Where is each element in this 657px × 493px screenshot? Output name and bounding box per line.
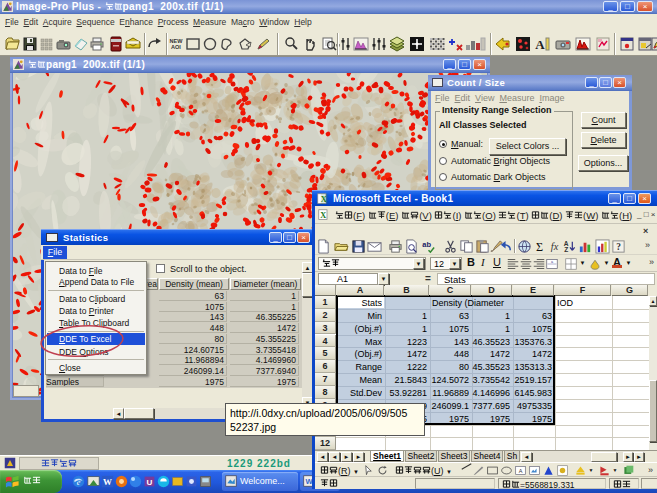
svg-text:A: A [519, 468, 523, 474]
svg-text:ab: ab [422, 240, 431, 249]
svg-text:X: X [321, 195, 327, 204]
svg-text:AOI: AOI [171, 44, 181, 50]
svg-text:W: W [103, 477, 112, 487]
svg-text:e: e [77, 478, 81, 487]
svg-text:fx: fx [551, 241, 559, 252]
svg-text:Z: Z [564, 246, 568, 253]
svg-text:U: U [147, 478, 153, 487]
svg-text:?: ? [616, 242, 621, 252]
svg-text:X: X [320, 211, 326, 220]
svg-text:Σ: Σ [536, 240, 543, 254]
svg-text:A: A [535, 37, 545, 52]
